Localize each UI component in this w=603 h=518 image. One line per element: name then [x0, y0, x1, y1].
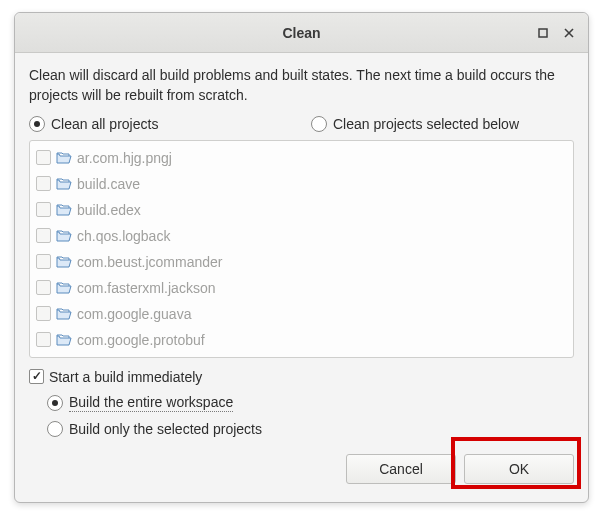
- checkbox-icon: [36, 150, 51, 165]
- scope-radio-row: Clean all projects Clean projects select…: [29, 116, 574, 132]
- project-label: com.beust.jcommander: [77, 254, 223, 270]
- close-icon: [564, 28, 574, 38]
- project-item: build.cave: [30, 171, 573, 197]
- open-folder-icon: [56, 281, 72, 295]
- open-folder-icon: [56, 255, 72, 269]
- window-buttons: [530, 13, 582, 53]
- radio-clean-selected[interactable]: Clean projects selected below: [311, 116, 574, 132]
- project-label: com.google.guava: [77, 306, 191, 322]
- titlebar: Clean: [15, 13, 588, 53]
- ok-button[interactable]: OK: [464, 454, 574, 484]
- button-label: OK: [509, 461, 529, 477]
- dialog-content: Clean will discard all build problems an…: [15, 53, 588, 502]
- button-label: Cancel: [379, 461, 423, 477]
- checkbox-start-build[interactable]: Start a build immediately: [29, 366, 574, 388]
- project-label: ch.qos.logback: [77, 228, 170, 244]
- open-folder-icon: [56, 151, 72, 165]
- cancel-button[interactable]: Cancel: [346, 454, 456, 484]
- radio-clean-all[interactable]: Clean all projects: [29, 116, 301, 132]
- svg-rect-0: [539, 29, 547, 37]
- open-folder-icon: [56, 307, 72, 321]
- radio-label: Build only the selected projects: [69, 421, 262, 437]
- project-label: com.google.protobuf: [77, 332, 205, 348]
- project-label: build.cave: [77, 176, 140, 192]
- project-label: build.edex: [77, 202, 141, 218]
- radio-label: Clean projects selected below: [333, 116, 519, 132]
- close-button[interactable]: [556, 20, 582, 46]
- radio-icon: [29, 116, 45, 132]
- project-label: com.fasterxml.jackson: [77, 280, 215, 296]
- open-folder-icon: [56, 203, 72, 217]
- maximize-icon: [538, 28, 548, 38]
- checkbox-label: Start a build immediately: [49, 369, 202, 385]
- radio-label: Build the entire workspace: [69, 394, 233, 412]
- open-folder-icon: [56, 177, 72, 191]
- radio-icon: [47, 421, 63, 437]
- checkbox-icon: [29, 369, 44, 384]
- project-item: ch.qos.logback: [30, 223, 573, 249]
- radio-icon: [311, 116, 327, 132]
- project-item: com.beust.jcommander: [30, 249, 573, 275]
- project-item: ar.com.hjg.pngj: [30, 145, 573, 171]
- window-title: Clean: [15, 25, 588, 41]
- checkbox-icon: [36, 332, 51, 347]
- project-item: com.google.guava: [30, 301, 573, 327]
- maximize-button[interactable]: [530, 20, 556, 46]
- project-label: ar.com.hjg.pngj: [77, 150, 172, 166]
- clean-dialog-window: Clean Clean will discard all build probl…: [14, 12, 589, 503]
- checkbox-icon: [36, 202, 51, 217]
- build-options: Start a build immediately Build the enti…: [29, 366, 574, 440]
- radio-build-entire[interactable]: Build the entire workspace: [29, 392, 574, 414]
- open-folder-icon: [56, 333, 72, 347]
- checkbox-icon: [36, 254, 51, 269]
- checkbox-icon: [36, 280, 51, 295]
- project-item: build.edex: [30, 197, 573, 223]
- projects-list: ar.com.hjg.pngj build.cave build.edex ch…: [29, 140, 574, 358]
- radio-icon: [47, 395, 63, 411]
- checkbox-icon: [36, 306, 51, 321]
- project-item: com.google.protobuf: [30, 327, 573, 353]
- button-row: Cancel OK: [29, 454, 574, 484]
- radio-label: Clean all projects: [51, 116, 158, 132]
- project-item: com.fasterxml.jackson: [30, 275, 573, 301]
- open-folder-icon: [56, 229, 72, 243]
- checkbox-icon: [36, 176, 51, 191]
- radio-build-selected[interactable]: Build only the selected projects: [29, 418, 574, 440]
- description-text: Clean will discard all build problems an…: [29, 65, 574, 106]
- checkbox-icon: [36, 228, 51, 243]
